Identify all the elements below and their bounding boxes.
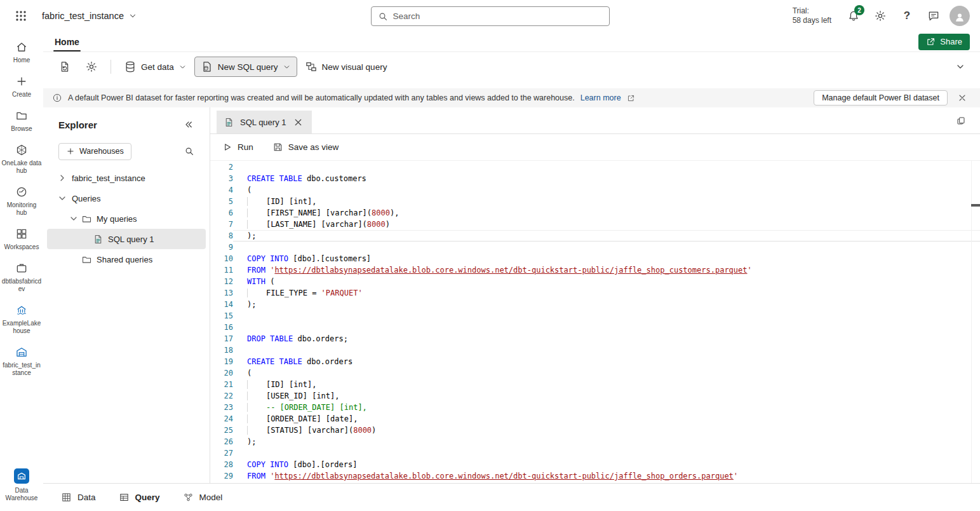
code-line-26[interactable]: 26); — [210, 436, 980, 447]
code-line-14[interactable]: 14); — [210, 299, 980, 310]
tree-item-my-queries[interactable]: My queries — [47, 208, 206, 229]
refresh-item-button[interactable] — [52, 57, 77, 77]
code-text: [LAST_NAME] [varchar](8000) — [233, 219, 980, 230]
rail-item-workspaces[interactable]: Workspaces — [1, 224, 43, 255]
help-button[interactable] — [896, 5, 918, 27]
app-launcher-button[interactable] — [10, 5, 32, 27]
folder-icon — [81, 214, 92, 224]
settings-button[interactable] — [869, 5, 891, 27]
run-button[interactable]: Run — [222, 142, 253, 153]
line-number: 27 — [210, 447, 233, 459]
code-line-15[interactable]: 15 — [210, 310, 980, 322]
editor-scrollbar[interactable] — [971, 161, 980, 483]
feedback-button[interactable] — [923, 5, 944, 27]
code-text: [STATUS] [varchar](8000) — [233, 425, 980, 436]
code-line-19[interactable]: 19CREATE TABLE dbo.orders — [210, 356, 980, 367]
rail-item-onelake-data-hub[interactable]: OneLake data hub — [1, 140, 43, 179]
code-line-11[interactable]: 11FROM 'https://dbtlabsynapsedatalake.bl… — [210, 264, 980, 276]
rail-item-label: Browse — [11, 125, 32, 133]
chevron-down-icon — [128, 11, 137, 20]
code-text: FILE_TYPE = 'PARQUET' — [233, 287, 980, 299]
code-line-25[interactable]: 25 [STATUS] [varchar](8000) — [210, 425, 980, 436]
line-number: 14 — [210, 299, 233, 310]
app-root: fabric_test_instance Trial: 58 days left… — [0, 0, 980, 511]
workspace-icon — [15, 262, 28, 275]
explorer-search-button[interactable] — [180, 142, 198, 160]
code-line-17[interactable]: 17DROP TABLE dbo.orders; — [210, 333, 980, 344]
rail-item-examplelakehouse[interactable]: ExampleLakehouse — [1, 300, 43, 339]
bottom-tab-query[interactable]: Query — [119, 492, 160, 503]
topbar: fabric_test_instance Trial: 58 days left… — [0, 0, 980, 32]
code-line-22[interactable]: 22 [USER_ID] [int], — [210, 390, 980, 402]
code-line-13[interactable]: 13 FILE_TYPE = 'PARQUET' — [210, 287, 980, 299]
new-sql-query-button[interactable]: New SQL query — [194, 57, 297, 77]
code-line-3[interactable]: 3CREATE TABLE dbo.customers — [210, 173, 980, 184]
workspace-switcher[interactable]: fabric_test_instance — [38, 8, 141, 24]
workspace: Explorer Warehouses fabric_test_instance… — [43, 107, 980, 483]
code-line-18[interactable]: 18 — [210, 344, 980, 356]
save-view-icon — [272, 142, 283, 153]
new-visual-query-button[interactable]: New visual query — [299, 57, 394, 77]
sql-code-editor[interactable]: 23CREATE TABLE dbo.customers4(5 [ID] [in… — [210, 161, 980, 483]
bottom-tab-model[interactable]: Model — [183, 492, 223, 503]
rail-item-dbtlabsfabricdev[interactable]: dbtlabsfabricdev — [1, 258, 43, 297]
code-line-23[interactable]: 23 -- [ORDER_DATE] [int], — [210, 402, 980, 413]
rail-item-fabric-test-instance[interactable]: fabric_test_instance — [1, 342, 43, 381]
code-line-9[interactable]: 9 — [210, 242, 980, 253]
code-line-21[interactable]: 21 [ID] [int], — [210, 379, 980, 390]
code-line-4[interactable]: 4( — [210, 184, 980, 196]
editor-tab-sql-query-1[interactable]: SQL query 1 — [217, 111, 312, 133]
code-line-24[interactable]: 24 [ORDER_DATE] [date], — [210, 413, 980, 425]
rail-item-monitoring-hub[interactable]: Monitoring hub — [1, 182, 43, 221]
share-button[interactable]: Share — [918, 34, 970, 50]
code-line-10[interactable]: 10COPY INTO [dbo].[customers] — [210, 253, 980, 264]
save-as-view-button[interactable]: Save as view — [272, 142, 339, 153]
ribbon-tab-home[interactable]: Home — [53, 32, 81, 51]
notifications-button[interactable]: 2 — [843, 5, 864, 27]
tree-item-queries[interactable]: Queries — [47, 188, 206, 208]
search-input[interactable] — [393, 11, 603, 21]
code-line-29[interactable]: 29FROM 'https://dbtlabsynapsedatalake.bl… — [210, 470, 980, 482]
code-line-2[interactable]: 2 — [210, 161, 980, 173]
rail-item-home[interactable]: Home — [1, 37, 43, 68]
collapse-ribbon-button[interactable] — [950, 56, 971, 78]
get-data-button[interactable]: Get data — [117, 57, 193, 77]
tab-close-button[interactable] — [292, 116, 305, 128]
copy-button[interactable] — [952, 112, 970, 130]
code-line-28[interactable]: 28COPY INTO [dbo].[orders] — [210, 459, 980, 470]
topbar-actions: Trial: 58 days left 2 — [793, 5, 970, 27]
manage-dataset-button[interactable]: Manage default Power BI dataset — [814, 90, 948, 106]
settings-gear-button[interactable] — [79, 57, 104, 77]
line-number: 9 — [210, 242, 233, 253]
rail-item-data-warehouse[interactable]: Data Warehouse — [1, 465, 43, 506]
rail-item-label: Data Warehouse — [1, 487, 42, 502]
line-number: 15 — [210, 310, 233, 322]
ribbon-toolbar: Get data New SQL query New visual query — [43, 52, 980, 81]
code-text: DROP TABLE dbo.orders; — [233, 333, 980, 344]
code-line-20[interactable]: 20( — [210, 367, 980, 379]
banner-close-button[interactable] — [953, 89, 971, 107]
line-number: 26 — [210, 436, 233, 447]
rail-item-browse[interactable]: Browse — [1, 106, 43, 137]
code-line-5[interactable]: 5 [ID] [int], — [210, 196, 980, 207]
close-icon — [957, 93, 967, 103]
code-line-16[interactable]: 16 — [210, 322, 980, 333]
bottom-tab-data[interactable]: Data — [61, 492, 96, 503]
run-label: Run — [238, 142, 253, 152]
code-line-7[interactable]: 7 [LAST_NAME] [varchar](8000) — [210, 219, 980, 230]
code-line-27[interactable]: 27 — [210, 447, 980, 459]
add-warehouses-button[interactable]: Warehouses — [58, 143, 131, 160]
code-text: ); — [233, 299, 980, 310]
collapse-explorer-button[interactable] — [180, 116, 197, 133]
code-line-8[interactable]: 8); — [210, 230, 980, 242]
tree-item-shared-queries[interactable]: Shared queries — [47, 249, 206, 269]
rail-item-create[interactable]: Create — [1, 71, 43, 102]
learn-more-link[interactable]: Learn more — [581, 93, 621, 102]
account-avatar[interactable] — [950, 6, 970, 26]
code-text: [FIRST_NAME] [varchar](8000), — [233, 207, 980, 219]
code-line-12[interactable]: 12WITH ( — [210, 276, 980, 287]
tree-item-fabric-test-instance[interactable]: fabric_test_instance — [47, 168, 206, 188]
code-line-6[interactable]: 6 [FIRST_NAME] [varchar](8000), — [210, 207, 980, 219]
tree-item-sql-query-1[interactable]: SQL query 1 — [47, 229, 206, 249]
rail-item-label: dbtlabsfabricdev — [1, 278, 42, 293]
